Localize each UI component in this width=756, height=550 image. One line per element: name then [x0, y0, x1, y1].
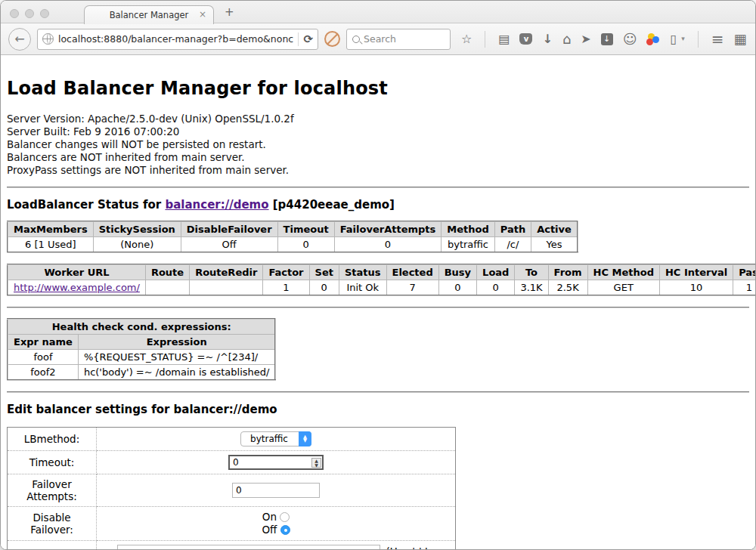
table-cell: Off	[181, 237, 277, 253]
table-cell: Init Ok	[339, 280, 386, 296]
toolbar-icons: ☆ ▤ v ↓ ⌂ ➤ ↓ ☺ ▯ ▾ ≡ ▦	[461, 31, 747, 48]
proxypass-note-line: ProxyPass settings are NOT inherited fro…	[7, 164, 749, 177]
table-cell: 1	[263, 280, 309, 296]
bookmark-star-icon[interactable]: ☆	[461, 33, 472, 45]
toolbar-divider	[698, 31, 699, 48]
tab-close-icon[interactable]: ×	[199, 9, 206, 20]
form-row-sticky-session: Sticky Session: (Use '-' to delete)	[8, 541, 456, 550]
downloads-icon[interactable]: ↓	[542, 33, 552, 45]
persist-note-line: Balancer changes will NOT be persisted o…	[7, 138, 749, 151]
table-cell: 0	[334, 237, 442, 253]
table-cell: 0	[277, 237, 334, 253]
navigation-toolbar: ← localhost:8880/balancer-manager?b=demo…	[1, 23, 755, 55]
table-cell: 10	[659, 280, 733, 296]
screengrab-grid-icon[interactable]: ▦	[734, 32, 747, 46]
column-header-cell: From	[548, 264, 587, 280]
table-cell: 0	[309, 280, 339, 296]
column-header-cell: Status	[339, 264, 386, 280]
colorful-dots-addon-icon[interactable]	[646, 33, 660, 45]
table-row: http://www.example.com/ 10Init Ok7003.1K…	[8, 280, 755, 296]
table-cell: 3.1K	[515, 280, 548, 296]
form-row-timeout: Timeout: ▲▼	[8, 451, 456, 474]
column-header-cell: Set	[309, 264, 339, 280]
table-cell: /c/	[494, 237, 531, 253]
table-cell: %{REQUEST_STATUS} =~ /^[234]/	[78, 350, 275, 365]
lbmethod-selected-value: bytraffic	[250, 434, 299, 444]
balancer-demo-link[interactable]: balancer://demo	[165, 198, 268, 212]
column-header-cell: Timeout	[277, 221, 334, 237]
table-cell: 6 [1 Used]	[8, 237, 93, 253]
server-info: Server Version: Apache/2.5.0-dev (Unix) …	[7, 113, 749, 177]
column-header-cell: HC Method	[587, 264, 659, 280]
worker-url-link[interactable]: http://www.example.com/	[14, 282, 140, 293]
column-header-cell: HC Interval	[659, 264, 733, 280]
close-window-button[interactable]	[10, 9, 19, 18]
column-header-cell: Expr name	[8, 335, 78, 350]
addon-caret-icon[interactable]: ▾	[681, 36, 685, 42]
back-button[interactable]: ←	[8, 28, 31, 51]
number-spinner-icon[interactable]: ▲▼	[311, 458, 321, 468]
tab-balancer-manager[interactable]: Balancer Manager ×	[84, 5, 214, 24]
table-cell: (None)	[93, 237, 181, 253]
column-header-cell: Passes	[733, 264, 755, 280]
failover-attempts-input[interactable]	[232, 483, 320, 498]
form-row-failover-attempts: Failover Attempts:	[8, 474, 456, 507]
failover-attempts-label: Failover Attempts:	[8, 474, 97, 507]
table-header-row: Worker URLRouteRouteRedirFactorSetStatus…	[8, 264, 755, 280]
table-cell: hc('body') =~ /domain is established/	[78, 365, 275, 381]
tab-title: Balancer Manager	[110, 10, 189, 20]
timeout-input[interactable]	[228, 455, 324, 470]
lbmethod-select[interactable]: bytraffic ▲▼	[240, 431, 311, 446]
column-header-cell: Path	[494, 221, 531, 237]
table-row: 6 [1 Used](None)Off00bytraffic/c/Yes	[8, 237, 578, 253]
battery-addon-icon[interactable]: ▯	[670, 33, 677, 45]
send-tab-icon[interactable]: ➤	[581, 33, 590, 45]
page-content: Load Balancer Manager for localhost Serv…	[1, 55, 755, 550]
health-check-table: Health check cond. expressions: Expr nam…	[7, 318, 276, 381]
inherit-note-line: Balancers are NOT inherited from main se…	[7, 151, 749, 164]
table-cell: GET	[587, 280, 659, 296]
table-header-row: MaxMembersStickySessionDisableFailoverTi…	[8, 221, 578, 237]
column-header-cell: To	[515, 264, 548, 280]
zoom-window-button[interactable]	[40, 9, 49, 18]
divider	[7, 187, 749, 188]
sticky-session-input[interactable]	[117, 545, 380, 550]
pocket-icon[interactable]: v	[519, 33, 532, 45]
url-text[interactable]: localhost:8880/balancer-manager?b=demo&n…	[58, 33, 293, 45]
table-cell	[190, 280, 263, 296]
home-icon[interactable]: ⌂	[562, 32, 571, 46]
failover-on-radio[interactable]	[280, 512, 290, 522]
server-version-line: Server Version: Apache/2.5.0-dev (Unix) …	[7, 113, 749, 125]
table-cell: 0	[477, 280, 515, 296]
edit-settings-heading: Edit balancer settings for balancer://de…	[7, 403, 749, 416]
select-stepper-icon: ▲▼	[299, 431, 311, 446]
health-table-title: Health check cond. expressions:	[8, 319, 275, 335]
column-header-cell: Load	[477, 264, 515, 280]
sticky-session-label: Sticky Session:	[8, 541, 97, 550]
column-header-cell: Route	[145, 264, 189, 280]
column-header-cell: Expression	[78, 335, 275, 350]
page-title: Load Balancer Manager for localhost	[7, 78, 749, 99]
hamburger-menu-icon[interactable]: ≡	[711, 32, 724, 47]
minimize-window-button[interactable]	[25, 9, 34, 18]
clipboard-icon[interactable]: ▤	[498, 33, 510, 45]
search-bar[interactable]: Search	[346, 29, 451, 50]
table-header-row: Expr nameExpression	[8, 335, 275, 350]
form-row-disable-failover: Disable Failover: On Off	[8, 507, 456, 541]
loadbalancer-status-heading: LoadBalancer Status for balancer://demo …	[7, 198, 749, 212]
noscript-addon-icon[interactable]	[324, 31, 340, 47]
failover-off-radio[interactable]	[280, 525, 290, 535]
status-heading-suffix: [p4420eeae_demo]	[269, 198, 395, 212]
worker-status-table: Worker URLRouteRouteRedirFactorSetStatus…	[7, 264, 755, 296]
reload-icon[interactable]: ⟳	[303, 32, 313, 46]
form-row-lbmethod: LBmethod: bytraffic ▲▼	[8, 428, 456, 451]
site-identity-globe-icon[interactable]	[42, 33, 54, 45]
table-title-row: Health check cond. expressions:	[8, 319, 275, 335]
forum-smiley-icon[interactable]: ☺	[623, 32, 637, 46]
url-bar[interactable]: localhost:8880/balancer-manager?b=demo&n…	[37, 29, 318, 50]
table-cell: foof2	[8, 365, 78, 381]
lbmethod-label: LBmethod:	[8, 428, 97, 451]
panel-download-icon[interactable]: ↓	[601, 33, 613, 45]
new-tab-button[interactable]: +	[225, 5, 234, 19]
divider	[7, 307, 749, 308]
